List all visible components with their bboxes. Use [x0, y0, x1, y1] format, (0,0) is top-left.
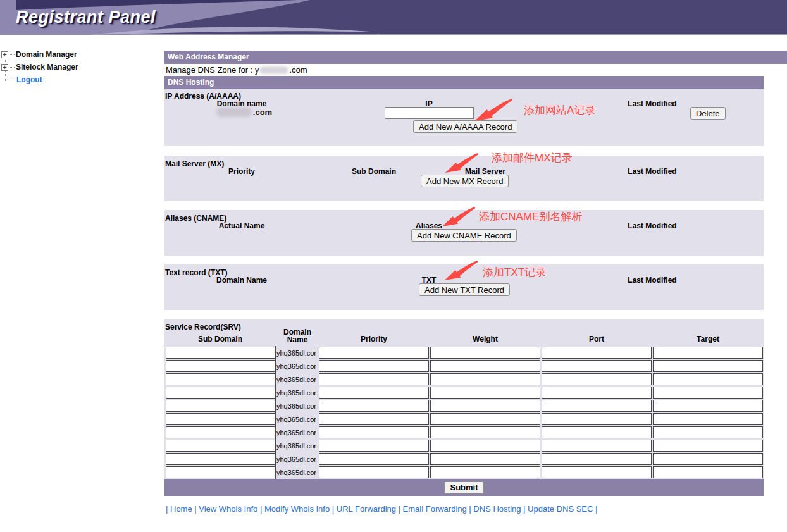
srv-subdomain-input[interactable]: [166, 373, 275, 385]
srv-subdomain-input[interactable]: [166, 453, 275, 465]
add-a-record-button[interactable]: Add New A/AAAA Record: [413, 120, 517, 133]
srv-target-input[interactable]: [653, 400, 763, 412]
srv-port-input[interactable]: [542, 373, 652, 385]
redacted-domain-blur: [216, 108, 252, 117]
srv-priority-input[interactable]: [319, 400, 429, 412]
srv-weight-input[interactable]: [430, 413, 540, 425]
last-modified-header: Last Modified: [628, 221, 676, 230]
srv-subdomain-input[interactable]: [166, 387, 275, 399]
tree-dots: [9, 54, 15, 55]
srv-row: [166, 373, 763, 386]
sidebar-item-label[interactable]: Domain Manager: [16, 50, 77, 59]
srv-priority-input[interactable]: [319, 387, 429, 399]
srv-target-input[interactable]: [653, 440, 763, 452]
sidebar-item-sitelock-manager[interactable]: + Sitelock Manager: [1, 62, 78, 72]
footer-link-view-whois-info[interactable]: View Whois Info: [199, 504, 257, 514]
srv-sub-domain-header: Sub Domain: [198, 335, 242, 343]
section-cname-record: Aliases (CNAME) Actual Name Aliases Add …: [164, 210, 764, 256]
srv-priority-input[interactable]: [319, 373, 429, 385]
srv-target-input[interactable]: [653, 373, 763, 385]
srv-target-input[interactable]: [653, 360, 763, 372]
srv-weight-input[interactable]: [430, 360, 540, 372]
logout-link[interactable]: Logout: [16, 75, 42, 84]
srv-subdomain-input[interactable]: [166, 347, 275, 359]
footer-link-url-forwarding[interactable]: URL Forwarding: [337, 504, 396, 514]
srv-weight-input[interactable]: [430, 440, 540, 452]
red-arrow-icon: [444, 259, 478, 281]
srv-port-input[interactable]: [542, 426, 652, 438]
main-content: Web Address Manager Manage DNS Zone for …: [164, 51, 787, 514]
srv-subdomain-input[interactable]: [166, 466, 275, 478]
srv-priority-input[interactable]: [319, 453, 429, 465]
footer-link-modify-whois-info[interactable]: Modify Whois Info: [264, 504, 330, 514]
srv-target-input[interactable]: [653, 413, 763, 425]
footer-link-update-dns-sec[interactable]: Update DNS SEC: [528, 504, 593, 514]
annotation-add-a-record: 添加网站A记录: [524, 103, 595, 118]
srv-subdomain-input[interactable]: [166, 426, 275, 438]
srv-subdomain-input[interactable]: [166, 360, 275, 372]
section-srv-record: Service Record(SRV) Sub Domain Domain Na…: [164, 319, 764, 479]
section-title: Service Record(SRV): [165, 323, 241, 331]
expand-plus-icon[interactable]: +: [1, 51, 8, 58]
footer-link-email-forwarding[interactable]: Email Forwarding: [403, 504, 467, 514]
srv-row: [166, 412, 763, 426]
srv-weight-input[interactable]: [430, 453, 540, 465]
srv-weight-input[interactable]: [430, 387, 540, 399]
add-cname-record-button[interactable]: Add New CNAME Record: [411, 229, 517, 242]
sidebar-item-logout[interactable]: Logout: [6, 75, 42, 85]
srv-port-input[interactable]: [542, 360, 652, 372]
last-modified-header: Last Modified: [628, 167, 676, 176]
submit-button[interactable]: Submit: [444, 481, 483, 494]
footer-link-home[interactable]: Home: [170, 504, 192, 514]
srv-target-input[interactable]: [653, 426, 763, 438]
srv-target-header: Target: [697, 335, 719, 343]
srv-domain-name-value: yhq365dl.com: [276, 386, 316, 399]
srv-weight-input[interactable]: [430, 347, 540, 359]
srv-priority-input[interactable]: [319, 347, 429, 359]
srv-priority-header: Priority: [361, 335, 387, 343]
tree-dots: [9, 67, 15, 68]
expand-plus-icon[interactable]: +: [1, 64, 8, 71]
srv-priority-input[interactable]: [319, 466, 429, 478]
srv-port-input[interactable]: [542, 413, 652, 425]
srv-row: [166, 466, 763, 479]
ip-input[interactable]: [385, 107, 474, 119]
srv-weight-input[interactable]: [430, 426, 540, 438]
srv-subdomain-input[interactable]: [166, 400, 275, 412]
srv-port-input[interactable]: [542, 400, 652, 412]
srv-priority-input[interactable]: [319, 360, 429, 372]
red-arrow-icon: [445, 151, 479, 174]
srv-target-input[interactable]: [653, 347, 763, 359]
srv-weight-input[interactable]: [430, 373, 540, 385]
srv-port-input[interactable]: [542, 387, 652, 399]
domain-name-header: Domain name: [217, 99, 267, 108]
sidebar-item-label[interactable]: Sitelock Manager: [16, 63, 78, 71]
footer-link-dns-hosting[interactable]: DNS Hosting: [473, 504, 521, 514]
srv-target-input[interactable]: [653, 466, 763, 478]
srv-port-input[interactable]: [542, 466, 652, 478]
srv-target-input[interactable]: [653, 453, 763, 465]
sidebar-item-domain-manager[interactable]: + Domain Manager: [1, 49, 77, 59]
srv-port-input[interactable]: [542, 453, 652, 465]
tree-dots: [7, 80, 15, 80]
srv-subdomain-input[interactable]: [166, 440, 275, 452]
add-mx-record-button[interactable]: Add New MX Record: [421, 175, 509, 187]
sub-domain-header: Sub Domain: [352, 167, 396, 176]
srv-priority-input[interactable]: [319, 426, 429, 438]
srv-priority-input[interactable]: [319, 440, 429, 452]
srv-weight-input[interactable]: [430, 466, 540, 478]
delete-button[interactable]: Delete: [690, 107, 726, 120]
srv-domain-name-value: yhq365dl.com: [276, 359, 316, 373]
add-txt-record-button[interactable]: Add New TXT Record: [419, 283, 510, 296]
srv-weight-input[interactable]: [430, 400, 540, 412]
srv-port-input[interactable]: [542, 347, 652, 359]
srv-port-input[interactable]: [542, 440, 652, 452]
srv-target-input[interactable]: [653, 387, 763, 399]
srv-domain-name-value: yhq365dl.com: [276, 399, 316, 412]
srv-priority-input[interactable]: [319, 413, 429, 425]
srv-domain-name-column: yhq365dl.comyhq365dl.comyhq365dl.comyhq3…: [275, 346, 316, 479]
srv-subdomain-input[interactable]: [166, 413, 275, 425]
srv-domain-name-value: yhq365dl.com: [276, 466, 316, 479]
domain-value: .com: [216, 108, 272, 117]
footer-nav: | Home | View Whois Info | Modify Whois …: [164, 504, 787, 514]
